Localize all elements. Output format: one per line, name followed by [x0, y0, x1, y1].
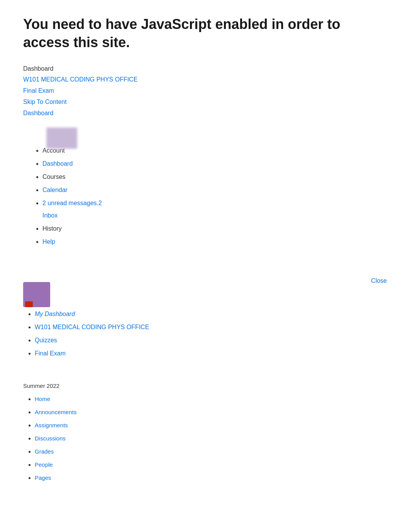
history-label: History [42, 225, 62, 232]
skip-to-content-link[interactable]: Skip To Content [23, 97, 387, 108]
course-nav-home[interactable]: Home [35, 393, 76, 405]
nav-empty-bullet-2 [42, 249, 379, 261]
nav-dashboard-link[interactable]: Dashboard [42, 160, 73, 167]
blurred-image-placeholder [46, 127, 77, 149]
course-nav-pages-link[interactable]: Pages [35, 474, 51, 481]
tray-quizzes-link[interactable]: Quizzes [35, 337, 57, 343]
nav-calendar-item[interactable]: Calendar [42, 184, 379, 196]
nav-courses-item: Courses [42, 171, 379, 183]
nav-dashboard-item[interactable]: Dashboard [42, 158, 379, 170]
tray-nav-final-exam[interactable]: Final Exam [35, 347, 149, 360]
nav-help-link[interactable]: Help [42, 238, 55, 245]
course-nav-announcements-link[interactable]: Announcements [35, 409, 76, 415]
course-nav-discussions-link[interactable]: Discussions [35, 435, 66, 442]
course-nav-pages[interactable]: Pages [35, 472, 76, 484]
dashboard-nav-link[interactable]: Dashboard [23, 108, 387, 119]
close-button[interactable]: Close [371, 277, 387, 284]
tray-nav-my-dashboard[interactable]: My Dashboard [35, 308, 149, 320]
tray-nav-course[interactable]: W101 MEDICAL CODING PHYS OFFICE [35, 321, 149, 333]
tray-final-exam-link[interactable]: Final Exam [35, 350, 66, 357]
course-nav-people[interactable]: People [35, 459, 76, 471]
js-warning-heading: You need to have JavaScript enabled in o… [23, 15, 387, 52]
courses-label: Courses [42, 173, 66, 180]
global-nav: Account Dashboard Courses Calendar 2 unr… [23, 127, 387, 266]
course-nav-people-link[interactable]: People [35, 461, 53, 468]
tray-nav: My Dashboard W101 MEDICAL CODING PHYS OF… [23, 307, 149, 360]
nav-account-item: Account [42, 144, 379, 157]
nav-history-item: History [42, 223, 379, 235]
final-exam-breadcrumb-link[interactable]: Final Exam [23, 85, 387, 97]
course-nav-grades-link[interactable]: Grades [35, 448, 54, 455]
avatar [23, 282, 50, 307]
course-nav-list: Home Announcements Assignments Discussio… [23, 393, 76, 484]
nav-empty-bullet [42, 131, 379, 144]
tray-nav-quizzes[interactable]: Quizzes [35, 334, 149, 347]
semester-label: Summer 2022 [23, 382, 76, 389]
course-nav-section: Summer 2022 Home Announcements Assignmen… [23, 382, 76, 485]
course-breadcrumb-link[interactable]: W101 MEDICAL CODING PHYS OFFICE [23, 74, 387, 85]
nav-help-item[interactable]: Help [42, 236, 379, 248]
nav-inbox-link[interactable]: 2 unread messages.2Inbox [42, 200, 102, 219]
course-nav-assignments[interactable]: Assignments [35, 419, 76, 432]
dashboard-static-label: Dashboard [23, 63, 387, 75]
js-warning-section: You need to have JavaScript enabled in o… [23, 15, 387, 52]
avatar-area [23, 282, 50, 307]
course-nav-grades[interactable]: Grades [35, 445, 76, 458]
breadcrumb-area: Dashboard W101 MEDICAL CODING PHYS OFFIC… [23, 63, 387, 119]
tray-my-dashboard-link[interactable]: My Dashboard [35, 311, 75, 317]
course-nav-discussions[interactable]: Discussions [35, 432, 76, 445]
course-nav-home-link[interactable]: Home [35, 396, 50, 402]
course-nav-announcements[interactable]: Announcements [35, 406, 76, 418]
course-nav-assignments-link[interactable]: Assignments [35, 422, 68, 428]
nav-inbox-item[interactable]: 2 unread messages.2Inbox [42, 197, 379, 222]
tray-course-link[interactable]: W101 MEDICAL CODING PHYS OFFICE [35, 324, 149, 330]
nav-calendar-link[interactable]: Calendar [42, 187, 68, 193]
